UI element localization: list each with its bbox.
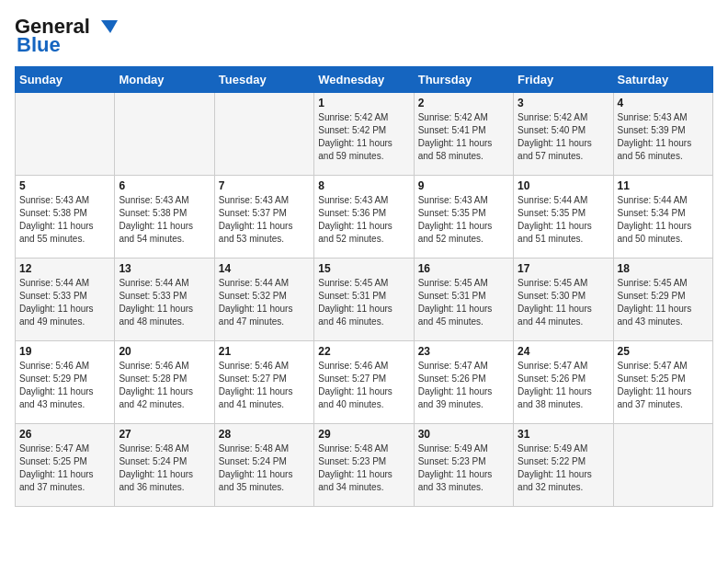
- day-number: 6: [119, 179, 210, 192]
- calendar-cell: 18Sunrise: 5:45 AM Sunset: 5:29 PM Dayli…: [613, 259, 712, 341]
- calendar-cell: 31Sunrise: 5:49 AM Sunset: 5:22 PM Dayli…: [514, 424, 613, 507]
- calendar-cell: [613, 424, 712, 507]
- col-header-thursday: Thursday: [414, 67, 513, 93]
- day-number: 12: [19, 262, 110, 275]
- logo: General Blue: [15, 15, 119, 57]
- calendar-cell: 21Sunrise: 5:46 AM Sunset: 5:27 PM Dayli…: [214, 341, 313, 424]
- day-number: 10: [518, 179, 609, 192]
- calendar-cell: 2Sunrise: 5:42 AM Sunset: 5:41 PM Daylig…: [414, 93, 513, 176]
- week-row-1: 5Sunrise: 5:43 AM Sunset: 5:38 PM Daylig…: [16, 176, 713, 259]
- week-row-2: 12Sunrise: 5:44 AM Sunset: 5:33 PM Dayli…: [16, 259, 713, 341]
- day-number: 7: [219, 179, 310, 192]
- day-info: Sunrise: 5:46 AM Sunset: 5:29 PM Dayligh…: [19, 360, 110, 411]
- day-info: Sunrise: 5:43 AM Sunset: 5:35 PM Dayligh…: [418, 194, 509, 246]
- day-number: 29: [318, 428, 409, 441]
- calendar-cell: 25Sunrise: 5:47 AM Sunset: 5:25 PM Dayli…: [613, 341, 712, 424]
- col-header-monday: Monday: [115, 67, 214, 93]
- day-info: Sunrise: 5:43 AM Sunset: 5:37 PM Dayligh…: [219, 194, 310, 246]
- day-number: 9: [418, 179, 509, 192]
- header-row: SundayMondayTuesdayWednesdayThursdayFrid…: [16, 67, 713, 93]
- calendar-cell: 17Sunrise: 5:45 AM Sunset: 5:30 PM Dayli…: [514, 259, 613, 341]
- week-row-0: 1Sunrise: 5:42 AM Sunset: 5:42 PM Daylig…: [16, 93, 713, 176]
- day-info: Sunrise: 5:43 AM Sunset: 5:38 PM Dayligh…: [19, 194, 110, 246]
- col-header-tuesday: Tuesday: [214, 67, 313, 93]
- calendar-cell: [214, 93, 313, 176]
- calendar-cell: 1Sunrise: 5:42 AM Sunset: 5:42 PM Daylig…: [314, 93, 414, 176]
- day-info: Sunrise: 5:45 AM Sunset: 5:31 PM Dayligh…: [318, 277, 409, 328]
- day-info: Sunrise: 5:49 AM Sunset: 5:22 PM Dayligh…: [518, 442, 609, 494]
- calendar-cell: 27Sunrise: 5:48 AM Sunset: 5:24 PM Dayli…: [115, 424, 214, 507]
- day-number: 13: [119, 262, 210, 275]
- day-number: 2: [418, 97, 509, 109]
- calendar-cell: 28Sunrise: 5:48 AM Sunset: 5:24 PM Dayli…: [214, 424, 313, 507]
- day-info: Sunrise: 5:46 AM Sunset: 5:28 PM Dayligh…: [119, 360, 210, 411]
- logo-icon: [92, 17, 119, 37]
- day-number: 23: [418, 345, 509, 358]
- day-number: 28: [219, 428, 310, 441]
- day-number: 30: [418, 428, 509, 441]
- day-info: Sunrise: 5:47 AM Sunset: 5:25 PM Dayligh…: [618, 360, 709, 411]
- day-number: 20: [119, 345, 210, 358]
- day-info: Sunrise: 5:45 AM Sunset: 5:29 PM Dayligh…: [618, 277, 709, 328]
- logo-blue: Blue: [17, 33, 61, 57]
- day-info: Sunrise: 5:48 AM Sunset: 5:24 PM Dayligh…: [219, 442, 310, 494]
- day-info: Sunrise: 5:44 AM Sunset: 5:32 PM Dayligh…: [219, 277, 310, 328]
- calendar-cell: 4Sunrise: 5:43 AM Sunset: 5:39 PM Daylig…: [613, 93, 712, 176]
- calendar-cell: 23Sunrise: 5:47 AM Sunset: 5:26 PM Dayli…: [414, 341, 513, 424]
- day-info: Sunrise: 5:42 AM Sunset: 5:42 PM Dayligh…: [318, 111, 409, 163]
- day-info: Sunrise: 5:42 AM Sunset: 5:40 PM Dayligh…: [518, 111, 609, 163]
- day-info: Sunrise: 5:44 AM Sunset: 5:33 PM Dayligh…: [19, 277, 110, 328]
- calendar-cell: 20Sunrise: 5:46 AM Sunset: 5:28 PM Dayli…: [115, 341, 214, 424]
- day-number: 18: [618, 262, 709, 275]
- calendar-cell: 29Sunrise: 5:48 AM Sunset: 5:23 PM Dayli…: [314, 424, 414, 507]
- day-number: 16: [418, 262, 509, 275]
- calendar-header: SundayMondayTuesdayWednesdayThursdayFrid…: [16, 67, 713, 93]
- calendar-cell: 26Sunrise: 5:47 AM Sunset: 5:25 PM Dayli…: [16, 424, 115, 507]
- day-info: Sunrise: 5:43 AM Sunset: 5:39 PM Dayligh…: [618, 111, 709, 163]
- day-info: Sunrise: 5:48 AM Sunset: 5:23 PM Dayligh…: [318, 442, 409, 494]
- day-number: 27: [119, 428, 210, 441]
- calendar-cell: 11Sunrise: 5:44 AM Sunset: 5:34 PM Dayli…: [613, 176, 712, 259]
- calendar-cell: 8Sunrise: 5:43 AM Sunset: 5:36 PM Daylig…: [314, 176, 414, 259]
- day-info: Sunrise: 5:43 AM Sunset: 5:36 PM Dayligh…: [318, 194, 409, 246]
- calendar-cell: [16, 93, 115, 176]
- day-info: Sunrise: 5:47 AM Sunset: 5:26 PM Dayligh…: [418, 360, 509, 411]
- calendar-cell: 13Sunrise: 5:44 AM Sunset: 5:33 PM Dayli…: [115, 259, 214, 341]
- calendar-table: SundayMondayTuesdayWednesdayThursdayFrid…: [15, 66, 713, 507]
- calendar-cell: 15Sunrise: 5:45 AM Sunset: 5:31 PM Dayli…: [314, 259, 414, 341]
- day-number: 4: [618, 97, 709, 109]
- day-number: 14: [219, 262, 310, 275]
- day-number: 8: [318, 179, 409, 192]
- col-header-wednesday: Wednesday: [314, 67, 414, 93]
- calendar-cell: 3Sunrise: 5:42 AM Sunset: 5:40 PM Daylig…: [514, 93, 613, 176]
- day-number: 22: [318, 345, 409, 358]
- week-row-3: 19Sunrise: 5:46 AM Sunset: 5:29 PM Dayli…: [16, 341, 713, 424]
- day-info: Sunrise: 5:43 AM Sunset: 5:38 PM Dayligh…: [119, 194, 210, 246]
- calendar-cell: 16Sunrise: 5:45 AM Sunset: 5:31 PM Dayli…: [414, 259, 513, 341]
- day-number: 17: [518, 262, 609, 275]
- day-info: Sunrise: 5:49 AM Sunset: 5:23 PM Dayligh…: [418, 442, 509, 494]
- day-number: 3: [518, 97, 609, 109]
- day-info: Sunrise: 5:46 AM Sunset: 5:27 PM Dayligh…: [318, 360, 409, 411]
- col-header-sunday: Sunday: [16, 67, 115, 93]
- day-number: 24: [518, 345, 609, 358]
- day-number: 26: [19, 428, 110, 441]
- day-info: Sunrise: 5:47 AM Sunset: 5:25 PM Dayligh…: [19, 442, 110, 494]
- day-number: 25: [618, 345, 709, 358]
- calendar-cell: 10Sunrise: 5:44 AM Sunset: 5:35 PM Dayli…: [514, 176, 613, 259]
- day-info: Sunrise: 5:44 AM Sunset: 5:35 PM Dayligh…: [518, 194, 609, 246]
- day-number: 11: [618, 179, 709, 192]
- day-number: 15: [318, 262, 409, 275]
- calendar-cell: 12Sunrise: 5:44 AM Sunset: 5:33 PM Dayli…: [16, 259, 115, 341]
- day-info: Sunrise: 5:48 AM Sunset: 5:24 PM Dayligh…: [119, 442, 210, 494]
- calendar-cell: 30Sunrise: 5:49 AM Sunset: 5:23 PM Dayli…: [414, 424, 513, 507]
- calendar-cell: 14Sunrise: 5:44 AM Sunset: 5:32 PM Dayli…: [214, 259, 313, 341]
- calendar-cell: 6Sunrise: 5:43 AM Sunset: 5:38 PM Daylig…: [115, 176, 214, 259]
- day-info: Sunrise: 5:47 AM Sunset: 5:26 PM Dayligh…: [518, 360, 609, 411]
- calendar-cell: 9Sunrise: 5:43 AM Sunset: 5:35 PM Daylig…: [414, 176, 513, 259]
- calendar-body: 1Sunrise: 5:42 AM Sunset: 5:42 PM Daylig…: [16, 93, 713, 507]
- day-number: 21: [219, 345, 310, 358]
- week-row-4: 26Sunrise: 5:47 AM Sunset: 5:25 PM Dayli…: [16, 424, 713, 507]
- day-number: 5: [19, 179, 110, 192]
- calendar-cell: 5Sunrise: 5:43 AM Sunset: 5:38 PM Daylig…: [16, 176, 115, 259]
